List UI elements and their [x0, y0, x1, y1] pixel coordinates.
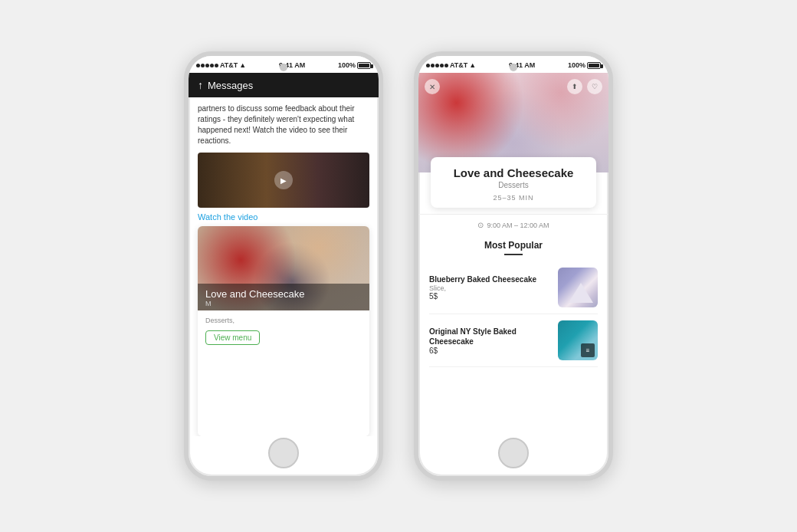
close-button[interactable]: ✕: [425, 79, 440, 94]
menu-item-1[interactable]: Blueberry Baked Cheesecake Slice, 5$: [429, 261, 598, 314]
card-overlay: Love and Cheesecake M: [198, 284, 369, 310]
menu-item-2-price: 6$: [429, 346, 552, 355]
card-body: Desserts, View menu: [198, 310, 369, 436]
cheesecake-image: [558, 268, 598, 307]
ny-cheesecake-image: ≡: [558, 320, 598, 360]
cheesecake-slice-shape: [569, 283, 593, 303]
view-menu-button[interactable]: View menu: [205, 330, 260, 345]
carrier-2: AT&T: [450, 61, 467, 69]
video-thumbnail[interactable]: ▶: [198, 153, 369, 208]
hours-text: 9:00 AM – 12:00 AM: [487, 222, 549, 229]
menu-icon: ≡: [581, 343, 595, 357]
battery-icon-1: [357, 62, 371, 69]
phone-1: AT&T ▲ 9:41 AM 100% ↑ Messages partners …: [184, 51, 383, 481]
message-body: partners to discuss some feedback about …: [189, 97, 379, 153]
share-button[interactable]: ⬆: [567, 79, 582, 94]
menu-item-1-name: Blueberry Baked Cheesecake: [429, 274, 552, 284]
carrier-1: AT&T: [220, 61, 238, 69]
up-arrow-icon: ↑: [198, 79, 203, 91]
status-left-1: AT&T ▲: [196, 61, 246, 69]
card-restaurant-short: M: [205, 300, 362, 307]
menu-item-2-image: ≡: [558, 320, 598, 360]
menu-item-1-info: Blueberry Baked Cheesecake Slice, 5$: [429, 274, 552, 300]
card-category: Desserts,: [205, 317, 362, 324]
battery-label-1: 100%: [338, 61, 356, 69]
watch-video-link[interactable]: Watch the video: [189, 208, 379, 226]
restaurant-info-card: Love and Cheesecake Desserts 25–35 MIN: [431, 157, 596, 208]
status-bar-2: AT&T ▲ 9:41 AM 100%: [418, 56, 608, 73]
card-restaurant-name: Love and Cheesecake: [205, 288, 362, 300]
signal-indicator-2: [426, 64, 448, 67]
restaurant-category: Desserts: [441, 181, 585, 189]
signal-indicator-1: [196, 64, 218, 67]
battery-label-2: 100%: [568, 61, 585, 69]
play-button[interactable]: ▶: [274, 171, 293, 189]
phones-container: AT&T ▲ 9:41 AM 100% ↑ Messages partners …: [184, 51, 613, 481]
time-2: 9:41 AM: [509, 61, 535, 69]
menu-item-1-image: [558, 268, 598, 307]
favorite-button[interactable]: ♡: [587, 79, 602, 94]
wifi-icon-1: ▲: [239, 61, 246, 69]
messages-header: ↑ Messages: [189, 73, 379, 97]
most-popular-title: Most Popular: [429, 240, 598, 251]
video-image: ▶: [198, 153, 369, 208]
restaurant-name: Love and Cheesecake: [441, 166, 585, 179]
delivery-time: 25–35 MIN: [441, 194, 585, 202]
status-left-2: AT&T ▲: [426, 61, 476, 69]
most-popular-section: Most Popular Blueberry Baked Cheesecake …: [418, 235, 608, 370]
status-right-1: 100%: [338, 61, 371, 69]
card-food-image: Love and Cheesecake M: [198, 226, 369, 310]
restaurant-card-preview[interactable]: Love and Cheesecake M Desserts, View men…: [198, 226, 369, 436]
hours-bar: ⊙ 9:00 AM – 12:00 AM: [418, 214, 608, 235]
menu-item-1-price: 5$: [429, 292, 552, 300]
status-bar-1: AT&T ▲ 9:41 AM 100%: [189, 56, 379, 73]
phone-2: AT&T ▲ 9:41 AM 100% ✕ ⬆ ♡ Love and Chees…: [414, 51, 613, 481]
clock-icon: ⊙: [477, 221, 484, 229]
phone-1-screen: ↑ Messages partners to discuss some feed…: [189, 73, 379, 436]
wifi-icon-2: ▲: [469, 61, 476, 69]
menu-item-2-info: Original NY Style Baked Cheesecake 6$: [429, 327, 552, 355]
battery-icon-2: [587, 62, 601, 69]
messages-title: Messages: [208, 80, 253, 91]
header-action-icons: ⬆ ♡: [567, 79, 602, 94]
section-divider: [504, 254, 523, 255]
status-right-2: 100%: [568, 61, 601, 69]
menu-item-2-name: Original NY Style Baked Cheesecake: [429, 327, 552, 346]
menu-item-1-desc: Slice,: [429, 284, 552, 292]
time-1: 9:41 AM: [279, 61, 305, 69]
menu-item-2[interactable]: Original NY Style Baked Cheesecake 6$ ≡: [429, 314, 598, 367]
